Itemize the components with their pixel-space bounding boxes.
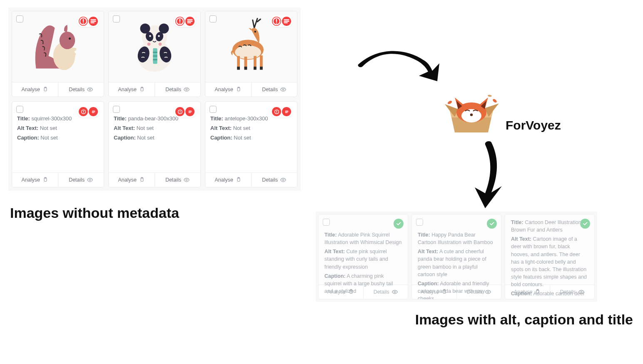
svg-point-6 [470,113,473,116]
select-checkbox[interactable] [113,15,120,22]
brand-logo [438,77,505,136]
list-icon [89,17,98,26]
details-button[interactable]: Details [155,82,201,97]
meta-caption: Caption: Adorable cartoon deer with [511,290,588,299]
svg-rect-72 [44,178,47,181]
details-button[interactable]: Details [251,173,297,187]
details-button[interactable]: Details [251,82,297,97]
svg-point-81 [186,179,188,181]
svg-point-31 [140,24,150,34]
svg-rect-21 [44,87,47,91]
status-ok-icon [580,219,590,229]
svg-point-49 [276,22,277,24]
meta-title: Title: Happy Panda Bear Cartoon Illustra… [418,231,495,246]
heading-after: Images with alt, caption and title [415,312,633,328]
meta-title: Title: Cartoon Deer Illustration - Brown… [511,219,588,234]
brand-name: ForVoyez [506,118,561,132]
svg-point-25 [179,22,181,24]
image-card: Analyse Details [12,11,104,97]
svg-point-38 [159,42,162,46]
meta-caption: Caption: A charming pink squirrel with a… [324,272,402,295]
metadata-card-filled: Title: Adorable Pink Squirrel Illustrati… [318,214,408,299]
metadata-card: Title: panda-bear-300x300 Alt Text: Not … [108,101,201,187]
warning-icon [272,17,281,26]
select-checkbox[interactable] [16,106,23,113]
status-missing-pill [270,106,293,117]
svg-point-76 [179,112,180,113]
svg-point-89 [283,179,284,181]
details-button[interactable]: Details [155,173,201,187]
warning-icon [79,107,88,116]
analyse-button[interactable]: Analyse [12,82,58,97]
meta-title: Title: Adorable Pink Squirrel Illustrati… [324,231,402,246]
svg-point-46 [186,89,188,90]
before-panel: Analyse Details [8,7,301,191]
svg-point-68 [83,112,84,113]
status-ok-icon [394,219,404,229]
analyse-button[interactable]: Analyse [109,173,155,187]
svg-point-37 [147,42,151,46]
list-icon [89,107,98,116]
card-actions: Analyse Details [12,82,104,97]
select-checkbox[interactable] [209,15,217,22]
list-icon [282,17,291,26]
svg-point-9 [488,95,492,97]
svg-point-17 [60,32,75,49]
meta-alt: Alt Text: A cute and cheerful panda bear… [418,248,495,278]
arrow-top [354,42,446,97]
warning-icon [272,107,281,116]
svg-rect-61 [254,67,257,70]
status-missing-pill [174,106,196,117]
image-card: Analyse Details [205,11,297,97]
list-icon [185,107,194,116]
svg-rect-63 [260,67,263,70]
svg-point-32 [159,24,169,34]
analyse-button[interactable]: Analyse [205,82,251,97]
select-checkbox[interactable] [323,219,330,226]
card-actions: Analyse Details [12,172,104,187]
card-actions: Analyse Details [109,172,200,187]
card-actions: Analyse Details [109,82,200,97]
meta-alt: Alt Text: Not set [17,125,99,132]
select-checkbox[interactable] [16,15,23,22]
analyse-button[interactable]: Analyse [205,173,251,187]
warning-icon [175,107,184,116]
meta-alt: Alt Text: Not set [114,125,195,132]
svg-point-7 [447,100,453,105]
image-card: Analyse Details [108,11,201,97]
status-missing-pill [77,15,100,27]
thumbnail-deer [205,11,297,82]
meta-caption: Caption: Adorable and friendly cartoon p… [418,280,495,299]
status-missing-pill [77,106,100,117]
details-button[interactable]: Details [58,82,104,97]
card-actions: Analyse Details [205,172,297,187]
heading-before: Images without metadata [10,205,179,221]
meta-caption: Caption: Not set [210,134,292,142]
svg-rect-62 [260,55,263,69]
analyse-button[interactable]: Analyse [12,173,58,187]
arrow-bottom [462,138,512,215]
svg-point-22 [90,89,91,90]
metadata-card: Title: antelope-300x300 Alt Text: Not se… [205,101,297,187]
details-button[interactable]: Details [58,173,104,187]
status-missing-pill [174,15,196,27]
select-checkbox[interactable] [209,106,217,113]
meta-caption: Caption: Not set [17,134,99,142]
svg-point-65 [283,89,284,90]
meta-alt: Alt Text: Not set [210,125,292,132]
meta-alt: Alt Text: Cartoon image of a deer with b… [511,235,588,288]
svg-rect-57 [237,67,240,70]
select-checkbox[interactable] [416,219,423,226]
card-actions: Analyse Details [205,82,297,97]
svg-rect-80 [141,178,143,181]
svg-rect-64 [237,87,240,91]
svg-point-18 [69,37,71,40]
select-checkbox[interactable] [113,106,120,113]
svg-point-36 [158,35,160,37]
svg-point-12 [83,22,84,24]
after-panel: Title: Adorable Pink Squirrel Illustrati… [316,212,597,302]
warning-icon [175,17,184,26]
status-ok-icon [487,219,497,229]
svg-point-55 [254,31,257,33]
analyse-button[interactable]: Analyse [109,82,155,97]
